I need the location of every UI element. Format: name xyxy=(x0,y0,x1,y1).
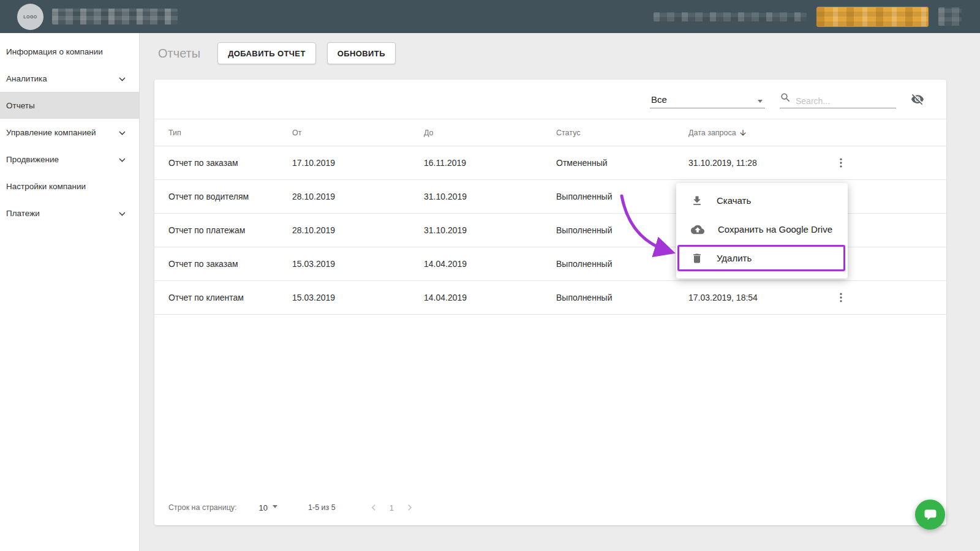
search-icon xyxy=(780,92,791,106)
pagination-range-label: 1-5 из 5 xyxy=(308,503,336,512)
table-row: Отчет по заказам 17.10.2019 16.11.2019 О… xyxy=(154,146,946,180)
column-header-actions xyxy=(833,119,946,146)
cell-type: Отчет по платежам xyxy=(154,214,292,247)
sidebar-item-promotion[interactable]: Продвижение xyxy=(0,146,139,173)
column-header-label: Дата запроса xyxy=(688,129,736,137)
chevron-down-icon xyxy=(119,155,126,164)
cell-to: 14.04.2019 xyxy=(424,281,556,315)
sidebar-item-label: Управление компанией xyxy=(6,128,96,137)
column-header-type: Тип xyxy=(154,119,292,146)
cell-to: 16.11.2019 xyxy=(424,146,556,180)
sidebar-item-label: Настройки компании xyxy=(6,182,86,191)
eye-off-icon[interactable] xyxy=(911,92,924,106)
next-page-button[interactable] xyxy=(404,501,416,514)
redacted-action-button[interactable] xyxy=(816,7,929,27)
redacted-company-name xyxy=(52,9,178,24)
cell-type: Отчет по клиентам xyxy=(154,281,292,315)
column-header-status: Статус xyxy=(556,119,688,146)
menu-item-save-google-drive[interactable]: Сохранить на Google Drive xyxy=(676,215,848,244)
table-header-row: Тип От До Статус Дата запроса xyxy=(154,119,946,146)
sidebar-item-reports[interactable]: Отчеты xyxy=(0,92,139,119)
sidebar-item-analytics[interactable]: Аналитика xyxy=(0,65,139,92)
type-filter-value: Все xyxy=(651,94,667,105)
cell-to: 14.04.2019 xyxy=(424,247,556,281)
chevron-down-icon xyxy=(119,128,126,137)
caret-down-icon xyxy=(273,505,277,508)
sort-arrow-down-icon xyxy=(739,129,747,137)
page-number[interactable]: 1 xyxy=(390,503,394,512)
cell-from: 28.10.2019 xyxy=(292,180,424,214)
page-title: Отчеты xyxy=(158,47,200,61)
sidebar-item-label: Платежи xyxy=(6,209,40,218)
cell-status: Выполненный xyxy=(556,214,688,247)
search-input[interactable] xyxy=(796,96,888,106)
redacted-avatar[interactable] xyxy=(938,7,962,26)
row-menu-kebab-icon[interactable] xyxy=(833,290,849,305)
menu-item-label: Скачать xyxy=(717,195,751,206)
previous-page-button[interactable] xyxy=(368,501,380,514)
menu-item-label: Сохранить на Google Drive xyxy=(718,224,832,234)
cell-status: Выполненный xyxy=(556,281,688,315)
row-menu-kebab-icon[interactable] xyxy=(833,155,849,171)
column-header-request-date[interactable]: Дата запроса xyxy=(688,119,833,146)
chat-bubble-icon xyxy=(923,508,938,522)
cell-status: Отмененный xyxy=(556,146,688,180)
cell-type: Отчет по заказам xyxy=(154,247,292,281)
sidebar-item-label: Информация о компании xyxy=(6,47,103,56)
cell-type: Отчет по водителям xyxy=(154,180,292,214)
cell-status: Выполненный xyxy=(556,180,688,214)
sidebar-item-label: Продвижение xyxy=(6,155,59,164)
topbar-right-group xyxy=(654,7,962,27)
column-header-to: До xyxy=(424,119,556,146)
cell-to: 31.10.2019 xyxy=(424,180,556,214)
cell-date: 17.03.2019, 18:54 xyxy=(688,281,833,315)
sidebar-nav: Информация о компании Аналитика Отчеты У… xyxy=(0,33,140,551)
row-context-menu: Скачать Сохранить на Google Drive Удалит… xyxy=(676,183,848,279)
cell-from: 17.10.2019 xyxy=(292,146,424,180)
table-row: Отчет по клиентам 15.03.2019 14.04.2019 … xyxy=(154,281,946,315)
download-icon xyxy=(691,195,703,207)
main-content: Отчеты ДОБАВИТЬ ОТЧЕТ ОБНОВИТЬ Все xyxy=(140,33,980,551)
filter-bar: Все xyxy=(154,80,946,119)
logo-text: LOGO xyxy=(23,15,37,19)
rows-per-page-label: Строк на страницу: xyxy=(168,503,237,512)
menu-item-download[interactable]: Скачать xyxy=(676,186,848,215)
cell-type: Отчет по заказам xyxy=(154,146,292,180)
cell-from: 28.10.2019 xyxy=(292,214,424,247)
chevron-left-icon xyxy=(368,501,380,514)
sidebar-item-company-management[interactable]: Управление компанией xyxy=(0,119,139,146)
chevron-right-icon xyxy=(404,501,416,514)
caret-down-icon xyxy=(758,100,763,103)
type-filter-select[interactable]: Все xyxy=(650,90,765,108)
chat-launcher-button[interactable] xyxy=(915,500,945,530)
redacted-user-info xyxy=(654,12,807,21)
sidebar-item-company-settings[interactable]: Настройки компании xyxy=(0,173,139,200)
menu-item-delete[interactable]: Удалить xyxy=(676,244,848,272)
rows-per-page-value: 10 xyxy=(259,503,268,512)
table-empty-space xyxy=(154,315,946,490)
cell-date: 31.10.2019, 11:28 xyxy=(688,146,833,180)
add-report-button[interactable]: ДОБАВИТЬ ОТЧЕТ xyxy=(217,42,316,64)
reports-card: Все Тип От До xyxy=(154,80,946,525)
trash-icon xyxy=(691,252,703,264)
pagination-bar: Строк на страницу: 10 1-5 из 5 1 xyxy=(154,490,946,525)
sidebar-item-label: Отчеты xyxy=(6,101,35,110)
cloud-upload-icon xyxy=(691,223,704,236)
column-header-from: От xyxy=(292,119,424,146)
chevron-down-icon xyxy=(119,74,126,83)
refresh-button[interactable]: ОБНОВИТЬ xyxy=(327,42,396,64)
company-logo: LOGO xyxy=(17,4,43,30)
cell-to: 31.10.2019 xyxy=(424,214,556,247)
chevron-down-icon xyxy=(119,209,126,218)
menu-item-label: Удалить xyxy=(717,253,752,263)
sidebar-item-payments[interactable]: Платежи xyxy=(0,200,139,227)
top-bar: LOGO xyxy=(0,0,980,33)
rows-per-page-select[interactable]: 10 xyxy=(259,503,277,512)
cell-status: Выполненный xyxy=(556,247,688,281)
cell-from: 15.03.2019 xyxy=(292,281,424,315)
cell-from: 15.03.2019 xyxy=(292,247,424,281)
search-box xyxy=(780,90,896,108)
page-header: Отчеты ДОБАВИТЬ ОТЧЕТ ОБНОВИТЬ xyxy=(140,39,980,67)
sidebar-item-company-info[interactable]: Информация о компании xyxy=(0,38,139,65)
sidebar-item-label: Аналитика xyxy=(6,74,47,83)
